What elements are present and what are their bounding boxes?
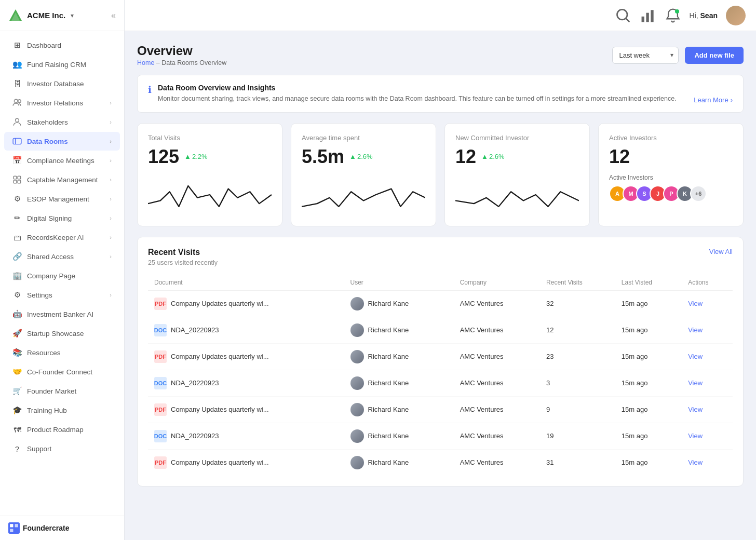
doc-type-icon: PDF [154, 456, 167, 469]
doc-name: NDA_20220923 [171, 326, 219, 334]
sidebar-item-label: Settings [27, 291, 52, 299]
view-action-button[interactable]: View [688, 379, 703, 387]
sidebar-item-label: Dashboard [27, 42, 61, 49]
sidebar-item-investment-banker[interactable]: 🤖 Investment Banker AI [4, 305, 120, 323]
svg-point-2 [14, 99, 18, 103]
svg-rect-15 [646, 12, 649, 22]
view-action-button[interactable]: View [688, 432, 703, 440]
sidebar-item-records[interactable]: 🗃 RecordsKeeper AI › [4, 228, 120, 247]
chart-area [302, 174, 425, 215]
doc-name: Company Updates quarterly wi... [171, 458, 269, 466]
sidebar-item-captable[interactable]: Captable Management › [4, 170, 120, 189]
notification-button[interactable] [665, 7, 681, 24]
doc-name: Company Updates quarterly wi... [171, 300, 269, 307]
greeting-text: Hi, Sean [690, 11, 718, 20]
add-new-file-button[interactable]: Add new file [685, 47, 744, 64]
search-button[interactable] [615, 7, 631, 24]
breadcrumb-separator: – [156, 59, 161, 66]
stat-card-avg-time: Average time spent 5.5m ▲ 2.6% [291, 123, 436, 226]
sidebar-item-label: ESOP Management [27, 195, 89, 203]
view-all-button[interactable]: View All [709, 248, 733, 255]
fc-logo-icon [8, 522, 20, 534]
sidebar-item-stakeholders[interactable]: Stakeholders › [4, 113, 120, 131]
stakeholders-icon [12, 117, 22, 127]
company-cell: AMC Ventures [454, 423, 540, 449]
view-action-button[interactable]: View [688, 353, 703, 360]
sidebar-item-label: Product Roadmap [27, 426, 84, 434]
sidebar-item-settings[interactable]: ⚙ Settings › [4, 286, 120, 304]
recent-visits-subtitle: 25 users visited recently [148, 259, 733, 266]
company-cell: AMC Ventures [454, 396, 540, 423]
breadcrumb-home[interactable]: Home [137, 59, 154, 66]
sidebar-item-product-roadmap[interactable]: 🗺 Product Roadmap [4, 420, 120, 439]
view-action-button[interactable]: View [688, 406, 703, 413]
cart-icon: 🛒 [12, 386, 22, 396]
sidebar-item-digital-signing[interactable]: ✏ Digital Signing › [4, 209, 120, 227]
sidebar-item-support[interactable]: ? Support [4, 439, 120, 458]
stat-label: New Committed Investor [455, 134, 579, 142]
database-icon: 🗄 [12, 79, 22, 88]
stat-card-new-committed: New Committed Investor 12 ▲ 2.6% [444, 123, 590, 226]
visits-cell: 3 [540, 370, 615, 396]
sparkline-chart [302, 174, 425, 215]
view-action-button[interactable]: View [688, 458, 703, 466]
svg-rect-12 [10, 529, 13, 532]
table-row: DOC NDA_20220923 Richard Kane AMC Ventur… [148, 423, 733, 449]
sidebar-item-resources[interactable]: 📚 Resources [4, 343, 120, 362]
user-avatar [350, 429, 364, 443]
svg-point-4 [16, 118, 19, 122]
user-avatar [350, 403, 364, 416]
breadcrumb-current: Data Rooms Overview [161, 59, 226, 66]
sidebar-item-label: Shared Access [27, 253, 74, 261]
doc-cell: PDF Company Updates quarterly wi... [148, 396, 344, 423]
share-icon: 🔗 [12, 252, 22, 261]
col-document: Document [148, 275, 344, 291]
analytics-button[interactable] [640, 7, 656, 24]
sidebar-item-training[interactable]: 🎓 Training Hub [4, 401, 120, 420]
sidebar-item-label: RecordsKeeper AI [27, 234, 84, 241]
sidebar-item-startup-showcase[interactable]: 🚀 Startup Showcase [4, 324, 120, 343]
connect-icon: 🤝 [12, 367, 22, 376]
date-filter-select[interactable]: Last week Last month Last 3 months Last … [612, 47, 679, 64]
sidebar-item-data-rooms[interactable]: Data Rooms › [4, 132, 120, 151]
user-cell: Richard Kane [344, 370, 454, 396]
app-chevron-icon: ▾ [71, 12, 74, 19]
sidebar-item-dashboard[interactable]: ⊞ Dashboard [4, 36, 120, 55]
sidebar-item-shared-access[interactable]: 🔗 Shared Access › [4, 247, 120, 266]
sidebar-item-investor-relations[interactable]: Investor Relations › [4, 93, 120, 112]
stat-value: 12 [609, 146, 733, 168]
info-banner: ℹ Data Room Overview and Insights Monito… [137, 75, 744, 113]
settings-icon: ⚙ [12, 290, 22, 300]
sidebar-item-compliance[interactable]: 📅 Compliance Meetings › [4, 151, 120, 170]
learn-more-link[interactable]: Learn More › [694, 96, 733, 104]
sidebar-item-investor-database[interactable]: 🗄 Investor Database [4, 74, 120, 93]
sidebar-item-cofounder[interactable]: 🤝 Co-Founder Connect [4, 362, 120, 381]
doc-cell: PDF Company Updates quarterly wi... [148, 290, 344, 317]
doc-cell: DOC NDA_20220923 [148, 370, 344, 396]
action-cell: View [682, 370, 733, 396]
logo-area[interactable]: ACME Inc. ▾ [8, 8, 74, 23]
captable-icon [12, 175, 22, 184]
doc-cell: PDF Company Updates quarterly wi... [148, 449, 344, 476]
view-action-button[interactable]: View [688, 326, 703, 334]
chevron-icon: › [110, 292, 112, 298]
view-action-button[interactable]: View [688, 300, 703, 307]
content-area: Overview Home – Data Rooms Overview Last… [125, 31, 756, 540]
collapse-button[interactable]: « [111, 11, 116, 20]
action-cell: View [682, 290, 733, 317]
sidebar-item-company-page[interactable]: 🏢 Company Page [4, 266, 120, 285]
action-cell: View [682, 396, 733, 423]
table-row: PDF Company Updates quarterly wi... Rich… [148, 449, 733, 476]
sidebar-item-fundraising[interactable]: 👥 Fund Raising CRM [4, 55, 120, 74]
user-cell: Richard Kane [344, 343, 454, 370]
avatar[interactable] [726, 6, 746, 25]
active-investors-sublabel: Active Investors [609, 174, 733, 181]
recent-visits-header: Recent Visits View All [148, 248, 733, 257]
action-cell: View [682, 423, 733, 449]
sidebar-item-esop[interactable]: ⚙ ESOP Management › [4, 190, 120, 208]
col-actions: Actions [682, 275, 733, 291]
action-cell: View [682, 317, 733, 343]
sidebar-item-founder-market[interactable]: 🛒 Founder Market [4, 382, 120, 400]
chevron-icon: › [110, 196, 112, 202]
svg-rect-8 [14, 180, 17, 183]
